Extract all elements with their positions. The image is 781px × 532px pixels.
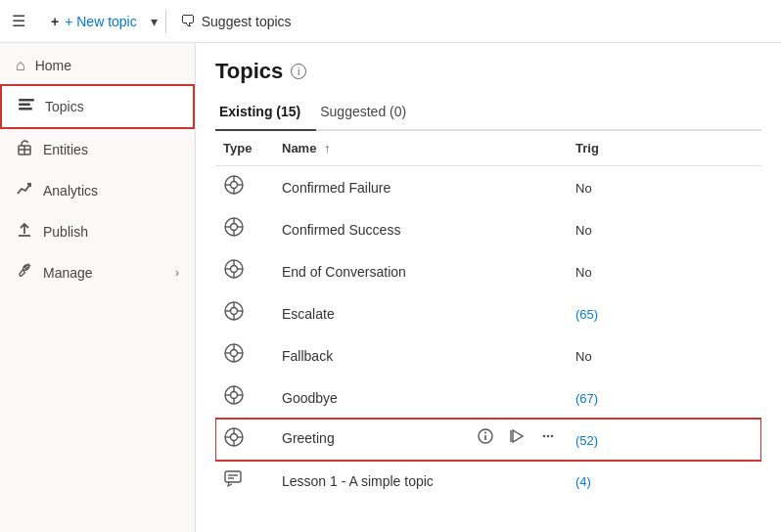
svg-rect-0 — [19, 99, 34, 102]
suggest-icon: 🗨 — [180, 13, 196, 30]
svg-rect-58 — [225, 471, 241, 482]
svg-point-39 — [231, 392, 238, 399]
trig-value: No — [575, 349, 592, 364]
new-topic-button[interactable]: + + New topic — [41, 8, 147, 35]
suggest-topics-button[interactable]: 🗨 Suggest topics — [170, 7, 301, 36]
topics-icon — [18, 96, 35, 117]
tab-existing[interactable]: Existing (15) — [215, 96, 316, 131]
sidebar-label-publish: Publish — [43, 224, 179, 240]
cell-trig: No — [568, 250, 761, 292]
sidebar-item-manage[interactable]: Manage › — [0, 252, 195, 293]
entities-icon — [16, 139, 33, 160]
cell-name: Escalate — [274, 292, 568, 334]
svg-point-15 — [231, 224, 238, 231]
col-header-trig: Trig — [568, 131, 761, 166]
sidebar-label-home: Home — [35, 58, 179, 73]
svg-point-57 — [551, 435, 554, 438]
cell-trig: No — [568, 208, 761, 250]
system-topic-icon — [223, 432, 245, 452]
system-topic-icon — [223, 348, 245, 368]
home-icon: ⌂ — [16, 57, 25, 74]
svg-point-52 — [484, 432, 486, 434]
content-area: Topics i Existing (15) Suggested (0) Typ… — [196, 43, 781, 532]
cell-type — [215, 419, 274, 461]
sidebar-label-manage: Manage — [43, 265, 165, 281]
top-actions: + + New topic ▾ 🗨 Suggest topics — [41, 7, 301, 36]
cell-type — [215, 292, 274, 334]
cell-name: End of Conversation — [274, 250, 568, 292]
col-header-name[interactable]: Name ↑ — [274, 131, 568, 166]
sidebar-label-topics: Topics — [45, 99, 177, 114]
page-title-row: Topics i — [215, 59, 761, 84]
cell-type — [215, 250, 274, 292]
info-icon[interactable]: i — [291, 64, 306, 79]
system-topic-icon — [223, 390, 245, 410]
hamburger-icon[interactable]: ☰ — [12, 12, 25, 30]
sidebar-item-entities[interactable]: Entities — [0, 129, 195, 170]
publish-icon — [16, 221, 33, 243]
tab-suggested[interactable]: Suggested (0) — [316, 96, 422, 131]
sort-arrow-icon: ↑ — [324, 141, 331, 155]
svg-point-56 — [547, 435, 550, 438]
new-topic-label: + New topic — [65, 14, 137, 29]
cell-type — [215, 166, 274, 209]
cell-trig[interactable]: (4) — [568, 461, 761, 501]
table-row[interactable]: Confirmed FailureNo — [215, 166, 761, 209]
suggest-topics-label: Suggest topics — [202, 14, 292, 29]
row-action-icons — [474, 426, 560, 449]
svg-marker-53 — [513, 430, 523, 442]
cell-name: Confirmed Failure — [274, 166, 568, 209]
dropdown-button[interactable]: ▾ — [147, 8, 161, 35]
cell-name: Goodbye — [274, 377, 568, 419]
cell-name: Lesson 1 - A simple topic — [274, 461, 568, 501]
table-row[interactable]: Confirmed SuccessNo — [215, 208, 761, 250]
sidebar: ⌂ Home Topics Entitie — [0, 43, 196, 532]
analytics-icon — [16, 180, 33, 201]
top-bar: ☰ + + New topic ▾ 🗨 Suggest topics — [0, 0, 781, 43]
system-topic-icon — [223, 180, 245, 200]
cell-trig[interactable]: (52) — [568, 419, 761, 461]
cell-type — [215, 377, 274, 419]
svg-point-21 — [231, 266, 238, 273]
trig-link[interactable]: (67) — [575, 391, 598, 406]
info-action-icon[interactable] — [474, 426, 497, 449]
table-row[interactable]: Greeting — [215, 419, 761, 461]
trig-link[interactable]: (52) — [575, 433, 598, 448]
divider — [165, 10, 166, 33]
trig-value: No — [575, 181, 592, 196]
sidebar-item-analytics[interactable]: Analytics — [0, 170, 195, 211]
table-row[interactable]: Escalate(65) — [215, 292, 761, 334]
trig-link[interactable]: (4) — [575, 474, 591, 489]
topics-table: Type Name ↑ Trig — [215, 131, 761, 501]
trig-link[interactable]: (65) — [575, 307, 598, 322]
table-header-row: Type Name ↑ Trig — [215, 131, 761, 166]
svg-point-27 — [231, 308, 238, 315]
col-header-type: Type — [215, 131, 274, 166]
sidebar-item-publish[interactable]: Publish — [0, 211, 195, 252]
sidebar-label-analytics: Analytics — [43, 183, 179, 199]
system-topic-icon — [223, 264, 245, 284]
main-layout: ⌂ Home Topics Entitie — [0, 43, 781, 532]
chat-topic-icon — [223, 472, 243, 492]
cell-trig: No — [568, 334, 761, 377]
svg-point-45 — [231, 434, 238, 441]
cell-trig: No — [568, 166, 761, 209]
table-row[interactable]: End of ConversationNo — [215, 250, 761, 292]
chevron-right-icon: › — [175, 266, 179, 280]
table-container: Type Name ↑ Trig — [215, 131, 761, 532]
more-action-icon[interactable] — [536, 426, 560, 449]
trig-value: No — [575, 265, 592, 280]
cell-trig[interactable]: (65) — [568, 292, 761, 334]
svg-point-55 — [543, 435, 546, 438]
table-row[interactable]: Goodbye(67) — [215, 377, 761, 419]
table-row[interactable]: FallbackNo — [215, 334, 761, 377]
svg-point-33 — [231, 350, 238, 357]
sidebar-item-home[interactable]: ⌂ Home — [0, 47, 195, 84]
trigger-action-icon[interactable] — [505, 426, 528, 449]
table-row[interactable]: Lesson 1 - A simple topic(4) — [215, 461, 761, 501]
topic-name: Greeting — [282, 430, 462, 446]
cell-type — [215, 208, 274, 250]
chevron-down-icon: ▾ — [151, 14, 158, 29]
sidebar-item-topics[interactable]: Topics — [0, 84, 195, 129]
cell-trig[interactable]: (67) — [568, 377, 761, 419]
